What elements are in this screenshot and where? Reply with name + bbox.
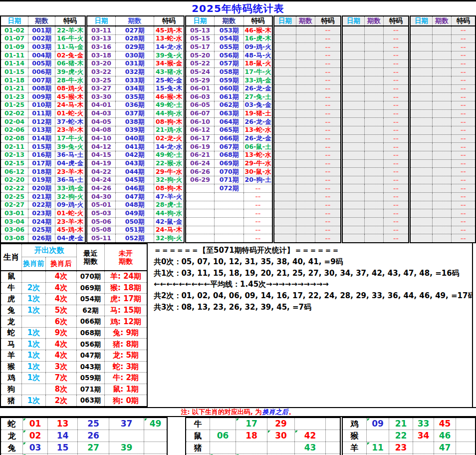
- table-row: 05-11052期32-狗-火: [87, 234, 184, 242]
- period-cell: [433, 168, 452, 176]
- table-row: --: [274, 110, 340, 118]
- table-row: --: [343, 101, 408, 110]
- code-cell: 22-羊-木: [55, 26, 85, 34]
- zodiac-cell: 虎: [1, 294, 22, 305]
- code-cell: 36-马-土: [55, 176, 85, 184]
- period-cell: 031期: [116, 60, 154, 68]
- zodiac-number-block: 蛇0113253749龙021426兔03152739虎041628: [0, 417, 168, 455]
- code-cell: --: [452, 43, 475, 51]
- date-cell: 03-30: [87, 93, 116, 101]
- zodiac-number-mapping-table: 蛇0113253749龙021426兔03152739虎041628牛1729鼠…: [0, 417, 476, 455]
- period-group: 日期期数特码----------------------------------…: [410, 15, 476, 243]
- table-row: 01-21008期08-鸡-火: [1, 85, 85, 93]
- table-row: 06-26070期30-鼠-水: [186, 168, 272, 176]
- code-cell: --: [452, 226, 475, 234]
- period-group: 日期期数特码----------------------------------…: [342, 15, 409, 243]
- code-cell: 19-猪-土: [244, 110, 272, 118]
- after-swap-cell: 2次: [46, 395, 77, 406]
- period-cell: 017期: [28, 160, 55, 168]
- code-cell: 30-鼠-水: [244, 168, 272, 176]
- period-cell: [365, 184, 384, 192]
- code-cell: --: [244, 201, 272, 209]
- code-cell: 45-鸡-木: [55, 226, 85, 234]
- table-row: --: [411, 60, 475, 68]
- period-column-header: 期数: [28, 16, 55, 25]
- period-cell: [365, 126, 384, 134]
- code-cell: --: [315, 226, 340, 234]
- date-cell: 03-01: [1, 209, 28, 217]
- date-cell: [411, 126, 433, 134]
- table-row: 04-24045期32-狗-火: [87, 176, 184, 185]
- table-row: 05-17055期09-鸡-火: [186, 43, 272, 51]
- group-header: 日期期数特码: [274, 16, 340, 26]
- code-cell: 36-马-土: [55, 151, 85, 159]
- period-cell: 063期: [215, 110, 244, 118]
- zodiac-number-block: 牛1729鼠06183042猪43狗08203244: [185, 417, 341, 455]
- after-swap-cell: 5次: [46, 305, 77, 316]
- date-cell: [343, 143, 365, 151]
- period-cell: [296, 209, 315, 217]
- code-cell: 08-狗-木: [154, 184, 184, 192]
- table-row: --: [411, 143, 475, 151]
- date-cell: 05-29: [186, 76, 215, 84]
- date-cell: [411, 193, 433, 201]
- date-cell: [274, 209, 296, 217]
- table-row: 04-05038期08-狗-木: [87, 118, 184, 126]
- date-cell: [343, 126, 365, 134]
- code-cell: 34-猴-金: [154, 60, 184, 68]
- number-cell: 33: [413, 418, 434, 430]
- period-cell: [433, 76, 452, 84]
- number-cell: 03: [23, 442, 48, 454]
- table-row: 02-06013期23-羊-木: [1, 126, 85, 135]
- table-row: 05-13053期46-猴-木: [186, 26, 272, 35]
- recent-period-cell: 043期: [77, 362, 105, 373]
- table-row: --: [274, 26, 340, 35]
- period-cell: [296, 176, 315, 184]
- period-cell: [296, 76, 315, 84]
- period-cell: [365, 51, 384, 59]
- before-swap-cell: 1次: [22, 350, 46, 361]
- table-row: 03-08026期04-虎-金: [1, 234, 85, 242]
- code-cell: 13-蛇-水: [244, 126, 272, 134]
- date-cell: 03-13: [87, 35, 116, 43]
- date-cell: [411, 160, 433, 168]
- date-column-header: 日期: [343, 16, 365, 25]
- zodiac-row: 狗8次071期鼠: 1期: [1, 384, 147, 396]
- zodiac-row: 虎1次4次054期虎: 17期: [1, 294, 147, 305]
- code-cell: --: [452, 218, 475, 226]
- date-cell: [411, 60, 433, 68]
- date-cell: 01-11: [1, 51, 28, 59]
- date-cell: [274, 176, 296, 184]
- date-cell: 02-27: [1, 201, 28, 209]
- code-cell: 32-狗-火: [55, 193, 85, 201]
- before-swap-cell: [22, 384, 46, 395]
- period-cell: [296, 193, 315, 201]
- code-cell: 23-羊-木: [55, 168, 85, 176]
- code-cell: --: [315, 135, 340, 143]
- after-swap-cell: 9次: [46, 328, 77, 339]
- period-cell: 072期: [215, 184, 244, 192]
- number-cell: [413, 442, 434, 454]
- code-cell: --: [452, 151, 475, 159]
- date-cell: 06-24: [186, 160, 215, 168]
- table-row: --: [274, 85, 340, 93]
- code-cell: 46-猴-木: [244, 26, 272, 34]
- table-row: 05-06050期42-鼠-金: [87, 218, 184, 226]
- code-cell: 09-鸡-火: [55, 201, 85, 209]
- code-cell: --: [315, 51, 340, 59]
- period-cell: 046期: [116, 184, 154, 192]
- period-cell: [365, 135, 384, 143]
- table-row: --: [343, 201, 408, 210]
- date-cell: [274, 85, 296, 93]
- table-row: --: [411, 126, 475, 135]
- date-cell: 04-03: [87, 110, 116, 118]
- code-cell: 09-鸡-火: [244, 43, 272, 51]
- code-cell: --: [452, 234, 475, 242]
- table-row: 03-30035期46-猴-木: [87, 93, 184, 101]
- date-cell: 01-14: [1, 60, 28, 68]
- date-cell: 05-11: [87, 234, 116, 242]
- period-cell: 066期: [215, 135, 244, 143]
- date-cell: 02-20: [1, 176, 28, 184]
- table-row: --: [343, 51, 408, 60]
- code-cell: --: [315, 76, 340, 84]
